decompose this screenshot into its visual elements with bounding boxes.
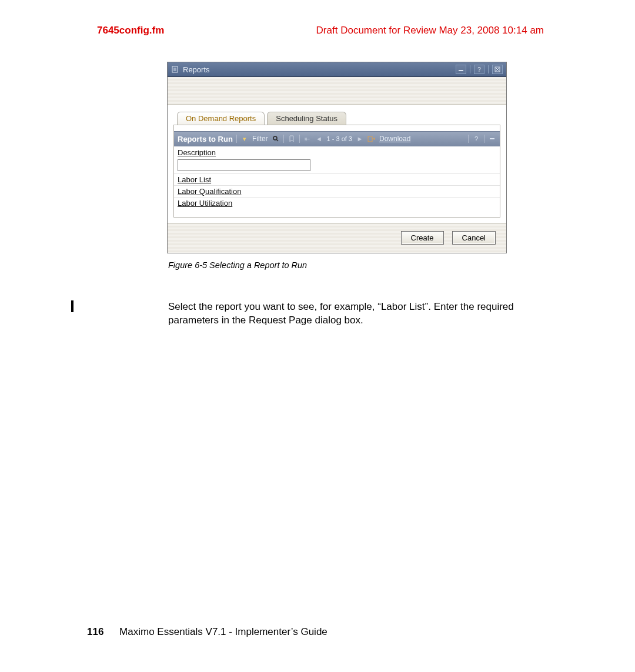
reports-dialog: Reports ? On Demand Reports Scheduling S… — [167, 62, 507, 253]
report-row[interactable]: Labor Qualification — [174, 185, 500, 197]
download-link[interactable]: Download — [379, 135, 410, 143]
doc-filename: 7645config.fm — [97, 25, 164, 36]
svg-rect-4 — [459, 70, 463, 71]
tab-on-demand-reports[interactable]: On Demand Reports — [177, 112, 265, 125]
body-paragraph: Select the report you want to see, for e… — [168, 300, 542, 327]
description-filter-input[interactable] — [178, 159, 310, 171]
reports-icon — [171, 65, 179, 73]
svg-rect-11 — [490, 138, 494, 139]
figure-caption: Figure 6-5 Selecting a Report to Run — [168, 260, 507, 270]
upper-stripe-area — [168, 77, 506, 105]
search-icon[interactable] — [272, 135, 280, 143]
bookmark-icon[interactable] — [288, 135, 296, 143]
filter-label[interactable]: Filter — [252, 135, 268, 143]
filter-toggle-icon[interactable]: ▾ — [240, 135, 249, 143]
pager-text: 1 - 3 of 3 — [327, 135, 352, 142]
export-icon[interactable] — [367, 135, 376, 143]
help-icon[interactable]: ? — [474, 65, 484, 74]
tab-scheduling-status[interactable]: Scheduling Status — [267, 112, 346, 125]
toolbar-collapse-icon[interactable] — [488, 135, 496, 143]
svg-rect-10 — [368, 136, 372, 142]
titlebar: Reports ? — [168, 62, 506, 77]
toolbar-help-icon[interactable]: ? — [472, 135, 480, 143]
svg-line-9 — [276, 140, 278, 142]
prev-page-icon[interactable]: ◄ — [315, 135, 323, 143]
create-button[interactable]: Create — [401, 231, 444, 245]
titlebar-title: Reports — [183, 65, 210, 74]
report-row[interactable]: Labor List — [174, 173, 500, 185]
column-header-description[interactable]: Description — [174, 146, 500, 158]
book-title: Maximo Essentials V7.1 - Implementer’s G… — [119, 626, 327, 637]
svg-point-8 — [273, 136, 277, 140]
next-page-icon[interactable]: ► — [356, 135, 364, 143]
titlebar-separator — [470, 65, 470, 73]
figure-screenshot: Reports ? On Demand Reports Scheduling S… — [167, 62, 507, 270]
titlebar-separator — [488, 65, 489, 73]
tabs-row: On Demand Reports Scheduling Status — [177, 112, 500, 125]
report-row[interactable]: Labor Utilization — [174, 197, 500, 209]
page-number: 116 — [87, 626, 103, 637]
button-bar: Create Cancel — [168, 223, 506, 253]
doc-draft-stamp: Draft Document for Review May 23, 2008 1… — [316, 25, 544, 36]
reports-panel: Reports to Run ▾ Filter ⇤ ◄ 1 - 3 of 3 — [173, 125, 500, 218]
page-footer: 116 Maximo Essentials V7.1 - Implementer… — [87, 626, 327, 638]
titlebar-min-icon[interactable] — [456, 65, 466, 74]
close-icon[interactable] — [492, 65, 503, 74]
panel-toolbar: Reports to Run ▾ Filter ⇤ ◄ 1 - 3 of 3 — [174, 131, 500, 146]
cancel-button[interactable]: Cancel — [452, 231, 496, 245]
toolbar-title: Reports to Run — [178, 135, 233, 143]
change-bar — [71, 300, 73, 312]
first-page-icon[interactable]: ⇤ — [303, 135, 312, 143]
